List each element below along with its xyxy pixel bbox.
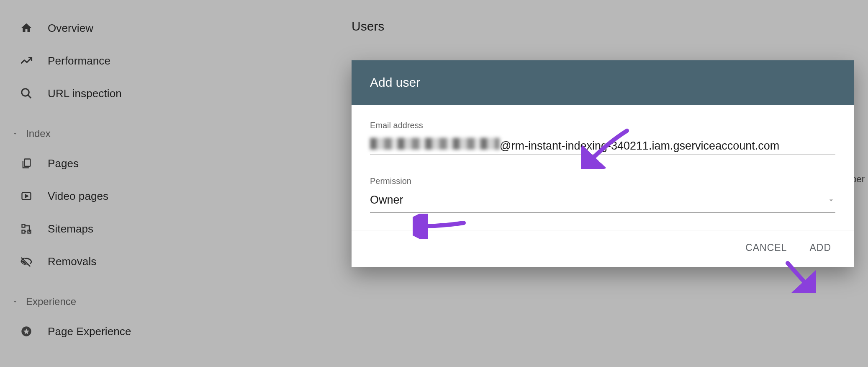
nav-overview[interactable]: Overview [0, 12, 209, 44]
permission-value: Owner [370, 194, 403, 207]
removal-icon [20, 255, 33, 268]
modal-body: Email address @rm-instant-indexing-34021… [352, 105, 854, 213]
nav-sitemaps[interactable]: Sitemaps [0, 212, 209, 245]
section-experience[interactable]: Experience [0, 288, 209, 315]
trailing-text: per [851, 174, 868, 185]
section-label: Index [26, 128, 51, 140]
svg-marker-4 [26, 195, 28, 198]
svg-rect-5 [22, 225, 25, 227]
nav-removals[interactable]: Removals [0, 245, 209, 278]
nav-label: Performance [48, 54, 110, 67]
nav-video-pages[interactable]: Video pages [0, 180, 209, 212]
nav-label: Pages [48, 157, 79, 170]
divider [11, 283, 196, 283]
svg-line-1 [28, 95, 31, 98]
sitemap-icon [20, 222, 33, 235]
modal-title: Add user [352, 60, 854, 105]
chevron-down-icon [827, 196, 835, 204]
nav-page-experience[interactable]: Page Experience [0, 315, 209, 348]
email-label: Email address [370, 121, 835, 130]
nav-label: Video pages [48, 190, 108, 203]
nav-performance[interactable]: Performance [0, 44, 209, 77]
search-icon [20, 87, 33, 100]
modal-footer: CANCEL ADD [352, 230, 854, 267]
page-title: Users [352, 19, 384, 34]
svg-point-0 [22, 89, 29, 96]
add-user-modal: Add user Email address @rm-instant-index… [352, 60, 854, 267]
trend-icon [20, 54, 33, 67]
home-icon [20, 22, 33, 34]
svg-rect-6 [22, 230, 25, 233]
redacted-text [370, 138, 500, 150]
chevron-down-icon [12, 130, 18, 137]
video-icon [20, 190, 33, 202]
svg-rect-2 [24, 159, 30, 167]
sidebar: Overview Performance URL inspection Inde… [0, 0, 209, 367]
email-input[interactable]: @rm-instant-indexing-340211.iam.gservice… [370, 138, 835, 155]
nav-label: Sitemaps [48, 222, 93, 235]
nav-pages[interactable]: Pages [0, 147, 209, 180]
pages-icon [20, 157, 33, 170]
page-header: Users [352, 19, 384, 34]
section-index[interactable]: Index [0, 120, 209, 147]
email-value: @rm-instant-indexing-340211.iam.gservice… [500, 140, 779, 152]
nav-url-inspection[interactable]: URL inspection [0, 77, 209, 110]
divider [11, 115, 196, 115]
nav-label: Page Experience [48, 325, 131, 338]
nav-label: Removals [48, 255, 96, 268]
chevron-down-icon [12, 298, 18, 305]
permission-label: Permission [370, 176, 835, 186]
cancel-button[interactable]: CANCEL [745, 242, 787, 253]
star-icon [20, 325, 33, 338]
permission-select[interactable]: Owner [370, 194, 835, 213]
section-label: Experience [26, 296, 76, 308]
add-button[interactable]: ADD [809, 242, 831, 253]
nav-label: Overview [48, 22, 93, 35]
nav-label: URL inspection [48, 87, 122, 100]
